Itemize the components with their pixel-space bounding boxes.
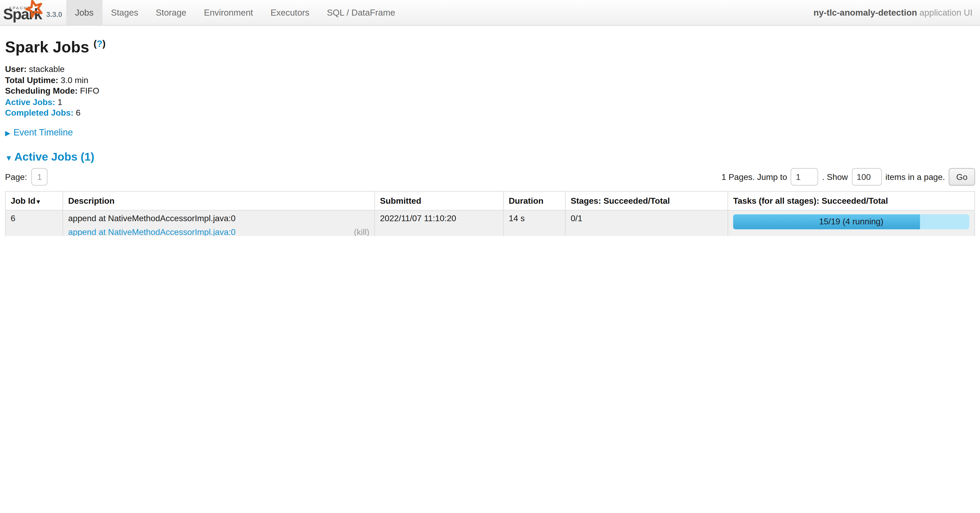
pagination-active-top: Page: 1 Pages. Jump to . Show items in a…: [5, 168, 975, 186]
duration-cell: 14 s: [503, 210, 565, 236]
tab-executors[interactable]: Executors: [262, 0, 318, 25]
jump-to-input[interactable]: [791, 168, 818, 186]
progress-bar: 15/19 (4 running): [733, 214, 969, 229]
completed-jobs-link[interactable]: Completed Jobs:: [5, 108, 73, 118]
col-job-id[interactable]: Job Id▾: [5, 192, 63, 210]
items-text: items in a page.: [886, 172, 945, 181]
col-submitted[interactable]: Submitted: [375, 192, 503, 210]
job-summary: User: stackable Total Uptime: 3.0 min Sc…: [5, 65, 975, 117]
help-link[interactable]: (?): [94, 38, 106, 49]
spark-version-label: 3.3.0: [46, 11, 62, 18]
tab-storage[interactable]: Storage: [147, 0, 195, 25]
col-tasks[interactable]: Tasks (for all stages): Succeeded/Total: [728, 192, 975, 210]
summary-scheduling-mode: Scheduling Mode: FIFO: [5, 87, 975, 95]
navbar: Spark APACHE 3.3.0 Jobs Stages Storage E…: [0, 0, 980, 25]
kill-link[interactable]: (kill): [354, 227, 369, 236]
tab-environment[interactable]: Environment: [195, 0, 262, 25]
col-duration[interactable]: Duration: [503, 192, 565, 210]
show-text: . Show: [822, 172, 848, 181]
spark-logo[interactable]: Spark APACHE 3.3.0: [0, 0, 66, 25]
tasks-cell: 15/19 (4 running): [728, 210, 975, 236]
app-name: ny-tlc-anomaly-detection: [813, 7, 917, 17]
active-jobs-table: Job Id▾ Description Submitted Duration S…: [5, 191, 975, 236]
active-jobs-link[interactable]: Active Jobs:: [5, 97, 55, 106]
summary-user: User: stackable: [5, 65, 975, 73]
question-mark-icon: ?: [97, 38, 102, 49]
tab-sql-dataframe[interactable]: SQL / DataFrame: [318, 0, 404, 25]
page-title: Spark Jobs (?): [5, 38, 975, 56]
stages-cell: 0/1: [565, 210, 728, 236]
summary-completed-jobs: Completed Jobs: 6: [5, 109, 975, 117]
expand-arrow-icon: ▶: [5, 129, 10, 137]
summary-uptime: Total Uptime: 3.0 min: [5, 76, 975, 84]
go-button[interactable]: Go: [949, 168, 975, 186]
page-label: Page:: [5, 172, 27, 181]
event-timeline-toggle[interactable]: ▶Event Timeline: [5, 127, 975, 138]
tab-jobs[interactable]: Jobs: [66, 0, 102, 25]
sort-desc-icon: ▾: [37, 198, 40, 205]
spark-star-icon: [24, 0, 45, 22]
page-input: [32, 168, 48, 186]
pages-text: 1 Pages. Jump to: [721, 172, 787, 181]
col-description[interactable]: Description: [63, 192, 374, 210]
show-items-input[interactable]: [852, 168, 881, 186]
app-title-suffix: application UI: [917, 7, 973, 17]
table-row: 6 append at NativeMethodAccessorImpl.jav…: [5, 210, 975, 236]
app-title: ny-tlc-anomaly-detection application UI: [813, 7, 973, 17]
col-stages[interactable]: Stages: Succeeded/Total: [565, 192, 728, 210]
collapse-arrow-icon: ▼: [5, 154, 13, 162]
job-id-cell: 6: [5, 210, 63, 236]
progress-label: 15/19 (4 running): [733, 214, 969, 229]
description-link[interactable]: append at NativeMethodAccessorImpl.java:…: [68, 227, 235, 236]
submitted-cell: 2022/11/07 11:10:20: [375, 210, 503, 236]
active-jobs-heading[interactable]: ▼Active Jobs (1): [5, 151, 975, 164]
summary-active-jobs: Active Jobs: 1: [5, 98, 975, 106]
description-cell: append at NativeMethodAccessorImpl.java:…: [63, 210, 374, 236]
tab-stages[interactable]: Stages: [102, 0, 147, 25]
nav-tabs: Jobs Stages Storage Environment Executor…: [66, 0, 404, 25]
